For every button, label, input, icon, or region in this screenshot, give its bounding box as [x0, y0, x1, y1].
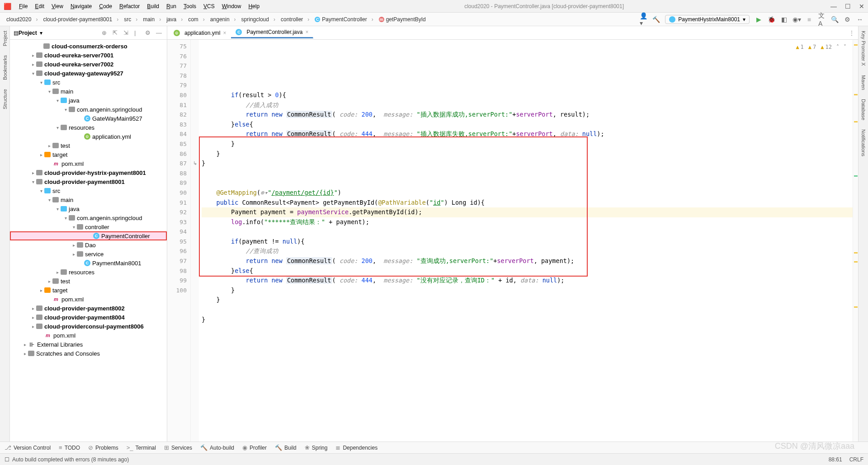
breadcrumb[interactable]: angenin [208, 15, 239, 23]
tool-keypromoter[interactable]: Key Promoter X [861, 31, 866, 66]
tree-row[interactable]: ▾main [10, 87, 167, 96]
breadcrumb[interactable]: controller [278, 15, 312, 23]
caret-position[interactable]: 88:61 [829, 456, 842, 463]
tool-maven[interactable]: Maven [861, 75, 866, 90]
settings-icon[interactable]: ⚙ [844, 16, 851, 23]
close-tab-icon[interactable]: × [223, 30, 226, 36]
tree-row[interactable]: ▾main [10, 195, 167, 204]
tree-row[interactable]: cloud-consumerzk-orderso [10, 42, 167, 51]
tree-row[interactable]: ▾cloud-provider-payment8001 [10, 177, 167, 186]
ide-actions-icon[interactable]: ↔ [856, 16, 863, 23]
tree-row[interactable]: CPaymentMain8001 [10, 258, 167, 268]
marker-bar[interactable] [853, 40, 858, 442]
tree-row[interactable]: CPaymentController [10, 231, 167, 240]
tree-row[interactable]: ▸cloud-eureka-server7001 [10, 51, 167, 60]
menu-build[interactable]: Build [143, 2, 163, 10]
tree-row[interactable]: ▸cloud-provider-payment8002 [10, 304, 167, 313]
tree-row[interactable]: mpom.xml [10, 331, 167, 340]
chevron-down-icon[interactable]: ▾ [40, 30, 42, 36]
maximize-icon[interactable]: ☐ [845, 3, 851, 10]
tool-database[interactable]: Database [861, 99, 866, 120]
bottom-tool-todo[interactable]: ≡TODO [59, 444, 80, 451]
bottom-tool-terminal[interactable]: >_Terminal [127, 444, 156, 451]
inspection-summary[interactable]: ▲1 ▲7 ▲12 ˄ ˅ [796, 42, 846, 52]
tree-row[interactable]: ▸resources [10, 268, 167, 277]
tree-row[interactable]: ▾java [10, 204, 167, 213]
tree-row[interactable]: ▸target [10, 150, 167, 159]
tree-row[interactable]: ⊚application.yml [10, 132, 167, 141]
search-icon[interactable]: 🔍 [831, 16, 838, 23]
tree-row[interactable]: ▾java [10, 96, 167, 105]
bottom-tool-auto-build[interactable]: 🔨Auto-build [200, 444, 234, 451]
run-config-selector[interactable]: PaymentHystrixMain8001 ▾ [665, 15, 750, 24]
breadcrumb[interactable]: C PaymentController [312, 15, 376, 23]
build-icon[interactable]: 🔨 [652, 16, 660, 23]
profile-icon[interactable]: ◉▾ [793, 16, 800, 23]
close-icon[interactable]: ✕ [859, 3, 864, 10]
tree-row[interactable]: ▸cloud-provider-payment8004 [10, 313, 167, 322]
breadcrumb[interactable]: java [164, 15, 185, 23]
breadcrumb[interactable]: cloud2020 [4, 15, 40, 23]
menu-edit[interactable]: Edit [31, 2, 48, 10]
menu-window[interactable]: Window [218, 2, 245, 10]
menu-view[interactable]: View [48, 2, 67, 10]
tree-row[interactable]: ▾cloud-gateway-gateway9527 [10, 69, 167, 78]
tree-row[interactable]: mpom.xml [10, 159, 167, 168]
breadcrumb[interactable]: com [185, 15, 208, 23]
chevron-up-icon[interactable]: ˄ [836, 42, 839, 52]
chevron-down-icon[interactable]: ˅ [844, 42, 846, 52]
tree-row[interactable]: ▸target [10, 286, 167, 295]
stop-icon[interactable]: ■ [806, 16, 813, 23]
project-tree[interactable]: cloud-consumerzk-orderso▸cloud-eureka-se… [10, 40, 167, 442]
bottom-tool-spring[interactable]: ❀Spring [305, 444, 328, 451]
bottom-tool-dependencies[interactable]: ≣Dependencies [335, 444, 377, 451]
tree-row[interactable]: ▾com.angenin.springcloud [10, 105, 167, 114]
hide-icon[interactable]: — [156, 29, 163, 37]
tabs-more-icon[interactable]: ⋮ [849, 30, 854, 36]
close-tab-icon[interactable]: × [305, 29, 308, 35]
breadcrumb[interactable]: springcloud [239, 15, 278, 23]
menu-file[interactable]: File [15, 2, 31, 10]
debug-icon[interactable]: 🐞 [768, 16, 775, 23]
bottom-tool-services[interactable]: ⊞Services [164, 444, 192, 451]
translate-icon[interactable]: 文A [818, 16, 826, 23]
tree-row[interactable]: ▾resources [10, 123, 167, 132]
settings-icon[interactable]: ⚙ [145, 29, 152, 37]
tree-row[interactable]: ▾com.angenin.springcloud [10, 213, 167, 222]
tool-bookmarks[interactable]: Bookmarks [2, 55, 8, 80]
tree-row[interactable]: ▸⊪External Libraries [10, 340, 167, 349]
bottom-tool-profiler[interactable]: ◉Profiler [242, 444, 267, 451]
tree-row[interactable]: ▾src [10, 78, 167, 87]
tool-structure[interactable]: Structure [2, 89, 8, 109]
run-icon[interactable]: ▶ [755, 16, 762, 23]
tree-row[interactable]: ▸test [10, 277, 167, 286]
tree-row[interactable]: ▸Dao [10, 240, 167, 249]
tool-project[interactable]: Project [2, 31, 8, 46]
menu-refactor[interactable]: Refactor [116, 2, 143, 10]
tree-row[interactable]: ▸service [10, 249, 167, 258]
tree-row[interactable]: ▸cloud-provider-hystrix-payment8001 [10, 168, 167, 177]
locate-icon[interactable]: ⊕ [102, 29, 109, 37]
code-area[interactable]: ▲1 ▲7 ▲12 ˄ ˅ if(result > 0){ //插入成功 ret… [199, 40, 853, 442]
line-separator[interactable]: CRLF [849, 456, 863, 463]
tree-row[interactable]: ▸cloud-providerconsul-payment8006 [10, 322, 167, 331]
menu-navigate[interactable]: Navigate [67, 2, 95, 10]
editor-tab[interactable]: CPaymentController.java× [231, 27, 313, 38]
menu-code[interactable]: Code [95, 2, 116, 10]
editor-tab[interactable]: ⊚application.yml× [169, 28, 231, 38]
bottom-tool-build[interactable]: 🔨Build [275, 444, 297, 451]
tree-row[interactable]: ▸Scratches and Consoles [10, 349, 167, 358]
bottom-tool-problems[interactable]: ⊘Problems [88, 444, 118, 451]
add-user-icon[interactable]: 👤▾ [640, 16, 647, 23]
collapse-all-icon[interactable]: ⇲ [123, 29, 131, 37]
minimize-icon[interactable]: — [830, 3, 837, 10]
menu-help[interactable]: Help [245, 2, 263, 10]
breadcrumb[interactable]: main [140, 15, 164, 23]
breadcrumb[interactable]: m getPaymentById [376, 15, 433, 23]
menu-run[interactable]: Run [163, 2, 180, 10]
tree-row[interactable]: ▸cloud-eureka-server7002 [10, 60, 167, 69]
expand-all-icon[interactable]: ⇱ [113, 29, 120, 37]
bottom-tool-version-control[interactable]: ⎇Version Control [5, 444, 51, 451]
coverage-icon[interactable]: ◧ [780, 16, 788, 23]
menu-vcs[interactable]: VCS [200, 2, 218, 10]
